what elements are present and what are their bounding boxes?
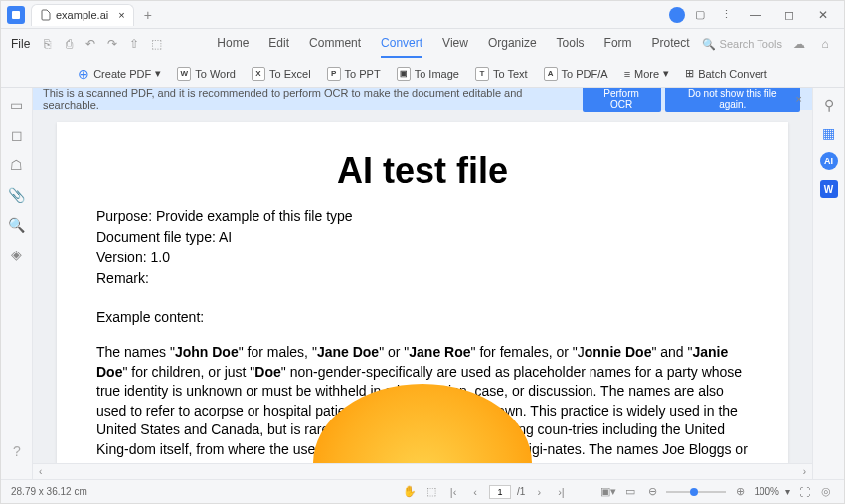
sidebar-left: ▭ ◻ ☖ 📎 🔍 ◈ ? (1, 88, 33, 479)
undo-icon[interactable]: ↶ (82, 35, 99, 53)
tab-comment[interactable]: Comment (309, 30, 361, 58)
search-tools[interactable]: 🔍 Search Tools (702, 38, 782, 51)
first-page-icon[interactable]: |‹ (445, 484, 461, 500)
attachment-icon[interactable]: 📎 (8, 186, 26, 204)
horizontal-scrollbar[interactable]: ‹ › (33, 463, 812, 479)
svg-rect-0 (12, 11, 20, 19)
to-ppt-button[interactable]: PTo PPT (321, 64, 387, 84)
open-icon[interactable]: ⎘ (38, 35, 56, 53)
pdfa-icon: A (544, 67, 558, 81)
scroll-left-icon[interactable]: ‹ (39, 466, 42, 477)
word-icon: W (177, 67, 191, 81)
main-menu-tabs: Home Edit Comment Convert View Organize … (217, 30, 689, 58)
word-export-icon[interactable]: W (820, 180, 838, 198)
zoom-slider[interactable] (666, 491, 726, 493)
close-window-button[interactable]: ✕ (808, 5, 838, 25)
zoom-out-icon[interactable]: ⊖ (644, 484, 660, 500)
add-tab-button[interactable]: + (140, 7, 156, 23)
ppt-icon: P (327, 67, 341, 81)
redo-icon[interactable]: ↷ (103, 35, 121, 53)
tab-form[interactable]: Form (604, 30, 632, 58)
convert-toolbar: ⊕Create PDF▾ WTo Word XTo Excel PTo PPT … (1, 59, 844, 88)
create-pdf-button[interactable]: ⊕Create PDF▾ (72, 63, 167, 84)
kebab-menu-icon[interactable]: ⋮ (715, 4, 737, 26)
more-icon: ≡ (624, 68, 630, 80)
layers-icon[interactable]: ◈ (8, 246, 26, 263)
page-total: /1 (517, 486, 525, 497)
share-icon[interactable]: ⇧ (125, 35, 143, 53)
user-avatar-icon[interactable] (669, 7, 685, 23)
to-text-button[interactable]: TTo Text (469, 64, 534, 84)
close-tab-icon[interactable]: × (118, 9, 124, 21)
tab-label: example.ai (56, 9, 108, 21)
document-page: AI test file Purpose: Provide example of… (57, 122, 788, 463)
to-excel-button[interactable]: XTo Excel (246, 64, 317, 84)
zoom-thumb[interactable] (690, 488, 698, 496)
hand-tool-icon[interactable]: ✋ (402, 484, 418, 500)
batch-icon: ⊞ (685, 67, 694, 80)
maximize-button[interactable]: ◻ (774, 5, 804, 25)
ai-assistant-icon[interactable]: AI (820, 152, 838, 170)
plus-icon: ⊕ (78, 66, 89, 82)
chevron-down-icon: ▾ (155, 67, 161, 80)
zoom-chevron-icon[interactable]: ▾ (785, 486, 790, 497)
page-dimensions: 28.79 x 36.12 cm (11, 486, 402, 497)
excel-icon: X (252, 67, 265, 81)
page-title: AI test file (96, 150, 749, 192)
perform-ocr-button[interactable]: Perform OCR (583, 88, 661, 112)
search-panel-icon[interactable]: 🔍 (8, 216, 26, 234)
zoom-level: 100% (754, 486, 779, 497)
save-icon[interactable]: ⬚ (147, 35, 165, 53)
text-icon: T (475, 67, 489, 81)
prev-page-icon[interactable]: ‹ (467, 484, 483, 500)
help-icon[interactable]: ? (8, 442, 26, 460)
close-banner-icon[interactable]: × (796, 93, 802, 105)
view-mode-icon[interactable]: ▣▾ (600, 484, 616, 500)
page-number-input[interactable] (489, 485, 511, 499)
file-icon (40, 9, 52, 21)
zoom-in-icon[interactable]: ⊕ (732, 484, 748, 500)
tab-home[interactable]: Home (217, 30, 249, 58)
more-convert-button[interactable]: ≡More▾ (618, 64, 675, 83)
ocr-banner: This is a scanned PDF, and it is recomme… (33, 88, 812, 110)
last-page-icon[interactable]: ›| (553, 484, 569, 500)
app-logo-icon (7, 6, 25, 24)
to-image-button[interactable]: ▣To Image (391, 64, 465, 84)
settings-panel-icon[interactable]: ⚲ (820, 96, 838, 114)
thumbnail-icon[interactable]: ▭ (8, 96, 26, 114)
tab-organize[interactable]: Organize (488, 30, 537, 58)
select-tool-icon[interactable]: ▦ (820, 124, 838, 142)
file-menu[interactable]: File (11, 37, 30, 51)
menubar: File ⎘ ⎙ ↶ ↷ ⇧ ⬚ Home Edit Comment Conve… (1, 29, 844, 59)
batch-convert-button[interactable]: ⊞Batch Convert (679, 64, 773, 83)
example-content-label: Example content: (96, 309, 749, 325)
sidebar-right: ⚲ ▦ AI W (812, 88, 844, 479)
app-panel-icon[interactable]: ▢ (689, 4, 711, 26)
document-tab[interactable]: example.ai × (31, 4, 134, 26)
tab-tools[interactable]: Tools (557, 30, 585, 58)
next-page-icon[interactable]: › (531, 484, 547, 500)
minimize-button[interactable]: — (741, 5, 770, 25)
scroll-right-icon[interactable]: › (803, 466, 806, 477)
select-text-icon[interactable]: ⬚ (423, 484, 439, 500)
fit-width-icon[interactable]: ▭ (622, 484, 638, 500)
tab-protect[interactable]: Protect (652, 30, 690, 58)
dismiss-ocr-button[interactable]: Do not show this file again. (665, 88, 800, 112)
tab-convert[interactable]: Convert (381, 30, 422, 58)
bookmark-icon[interactable]: ◻ (8, 126, 26, 144)
print-icon[interactable]: ⎙ (60, 35, 78, 53)
tab-view[interactable]: View (442, 30, 468, 58)
chevron-down-icon: ▾ (663, 67, 669, 80)
image-icon: ▣ (397, 67, 411, 81)
cloud-icon[interactable]: ☁ (790, 35, 808, 53)
statusbar: 28.79 x 36.12 cm ✋ ⬚ |‹ ‹ /1 › ›| ▣▾ ▭ ⊖… (1, 479, 844, 503)
document-meta: Purpose: Provide example of this file ty… (96, 206, 749, 289)
to-pdfa-button[interactable]: ATo PDF/A (538, 64, 614, 84)
fullscreen-icon[interactable]: ⛶ (796, 484, 812, 500)
search-icon: 🔍 (702, 38, 716, 51)
tab-edit[interactable]: Edit (268, 30, 289, 58)
home-icon[interactable]: ⌂ (816, 35, 834, 53)
read-mode-icon[interactable]: ◎ (818, 484, 834, 500)
shield-icon[interactable]: ☖ (8, 156, 26, 174)
to-word-button[interactable]: WTo Word (171, 64, 242, 84)
